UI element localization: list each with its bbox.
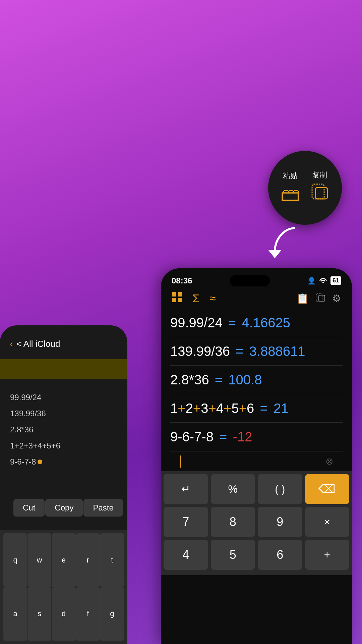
key-6[interactable]: 6 [258, 540, 302, 570]
main-phone: 08:36 👤 61 Σ ≈ 📋 ⚙ 99.99/2 [161, 268, 352, 644]
expr-1: 99.99/24 [170, 315, 223, 330]
expr-4f: 6 [247, 401, 254, 416]
bg-key-a: a [3, 587, 27, 641]
result-1: 4.16625 [242, 315, 290, 330]
status-icons: 👤 61 [307, 276, 341, 285]
result-2: 3.888611 [249, 344, 305, 359]
toolbar-icon-sigma[interactable]: Σ [192, 292, 199, 305]
svg-point-3 [322, 282, 324, 283]
toolbar-icon-clipboard[interactable]: 📋 [296, 292, 309, 305]
cut-copy-paste-bar: Cut Copy Paste [13, 499, 123, 517]
copy-icon-group: 复制 [310, 170, 329, 206]
toolbar-icon-copy[interactable] [315, 292, 325, 305]
plus-4c: + [208, 401, 216, 416]
expr-4e: 5 [231, 401, 239, 416]
key-paren[interactable]: ( ) [258, 474, 302, 504]
toolbar-right: 📋 ⚙ [296, 292, 341, 305]
toolbar-icon-approx[interactable]: ≈ [209, 292, 216, 305]
paste-button[interactable]: Paste [83, 499, 123, 517]
bg-key-e: e [52, 533, 75, 587]
key-multiply[interactable]: × [305, 507, 350, 537]
background-phone: ‹ < All iCloud 99.99/24 139.99/36 2.8*36… [0, 325, 127, 644]
text-cursor [180, 455, 181, 468]
result-4: 21 [274, 401, 289, 416]
calc-row-1: 99.99/24 = 4.16625 [170, 309, 343, 337]
key-4[interactable]: 4 [164, 540, 208, 570]
app-toolbar: Σ ≈ 📋 ⚙ [161, 288, 352, 309]
svg-marker-2 [268, 250, 282, 258]
plus-4b: + [193, 401, 201, 416]
calc-row-3: 2.8*36 = 100.8 [170, 366, 343, 394]
bg-phone-content: ‹ < All iCloud 99.99/24 139.99/36 2.8*36… [0, 325, 127, 483]
plus-4a: + [178, 401, 185, 416]
key-7[interactable]: 7 [164, 507, 208, 537]
list-item-1: 99.99/24 [10, 389, 117, 406]
eq-2: = [236, 344, 243, 359]
kbd-row-3: 4 5 6 + [164, 540, 349, 570]
bg-key-t: t [100, 533, 124, 587]
svg-rect-4 [172, 292, 176, 297]
expr-3: 2.8*36 [170, 372, 209, 387]
wifi-icon [319, 277, 327, 284]
list-item-3: 2.8*36 [10, 422, 117, 438]
cut-button[interactable]: Cut [13, 499, 45, 517]
kbd-row-1: ↵ % ( ) ⌫ [164, 474, 349, 504]
calc-display: 99.99/24 = 4.16625 139.99/36 = 3.888611 … [161, 309, 352, 471]
calc-row-2: 139.99/36 = 3.888611 [170, 337, 343, 366]
arrow-indicator [265, 221, 305, 263]
list-item-2: 139.99/36 [10, 406, 117, 422]
svg-rect-0 [312, 184, 324, 199]
copy-button[interactable]: Copy [45, 499, 83, 517]
eq-1: = [228, 315, 236, 330]
eq-3: = [215, 372, 223, 387]
kbd-row-2: 7 8 9 × [164, 507, 349, 537]
expr-4b: 2 [186, 401, 193, 416]
paste-label: 粘贴 [283, 171, 298, 181]
bg-key-d: d [52, 587, 75, 641]
key-9[interactable]: 9 [258, 507, 302, 537]
paste-icon: 🗃 [281, 183, 300, 205]
eq-4: = [260, 401, 267, 416]
status-bar: 08:36 👤 61 [161, 268, 352, 287]
key-percent[interactable]: % [211, 474, 255, 504]
input-row[interactable]: ⊗ [170, 451, 343, 471]
bg-phone-header: ‹ < All iCloud [0, 332, 127, 356]
bg-key-w: w [27, 533, 51, 587]
toolbar-left: Σ ≈ [172, 292, 216, 305]
bg-key-g: g [100, 587, 124, 641]
key-8[interactable]: 8 [211, 507, 255, 537]
calc-row-5: 9-6-7-8 = -12 [170, 423, 343, 451]
expr-2: 139.99/36 [170, 344, 230, 359]
expr-4a: 1 [170, 401, 178, 416]
bg-key-q: q [3, 533, 27, 587]
result-3: 100.8 [228, 372, 262, 387]
result-5: -12 [233, 429, 252, 444]
bg-key-f: f [76, 587, 100, 641]
clear-button[interactable]: ⊗ [325, 456, 333, 467]
bg-phone-list: 99.99/24 139.99/36 2.8*36 1+2+3+4+5+6 9-… [0, 383, 127, 477]
bg-keyboard: q w e r t a s d f g [0, 530, 127, 644]
key-enter[interactable]: ↵ [164, 474, 208, 504]
calc-row-4: 1+2+3+4+5+6 = 21 [170, 394, 343, 423]
expr-4c: 3 [201, 401, 208, 416]
toolbar-icon-settings[interactable]: ⚙ [332, 292, 341, 305]
svg-rect-7 [178, 298, 182, 302]
key-backspace[interactable]: ⌫ [305, 474, 350, 504]
key-plus[interactable]: + [305, 540, 350, 570]
toolbar-icon-grid[interactable] [172, 292, 182, 305]
list-item-4: 1+2+3+4+5+6 [10, 438, 117, 454]
keyboard-area: ↵ % ( ) ⌫ 7 8 9 × 4 5 6 + [161, 471, 352, 575]
eq-5: = [219, 429, 227, 444]
plus-4d: + [224, 401, 231, 416]
key-5[interactable]: 5 [211, 540, 255, 570]
bg-phone-back-label: < All iCloud [16, 339, 60, 349]
bg-key-r: r [76, 533, 100, 587]
copy-icon [310, 182, 329, 206]
copy-label: 复制 [312, 170, 327, 180]
copy-paste-bubble: 粘贴 🗃 复制 [268, 151, 342, 225]
svg-rect-5 [178, 292, 182, 297]
expr-4d: 4 [216, 401, 224, 416]
bubble-icons: 粘贴 🗃 复制 [281, 170, 329, 206]
list-item-5: 9-6-7-8 [10, 454, 117, 470]
svg-rect-6 [172, 298, 176, 302]
